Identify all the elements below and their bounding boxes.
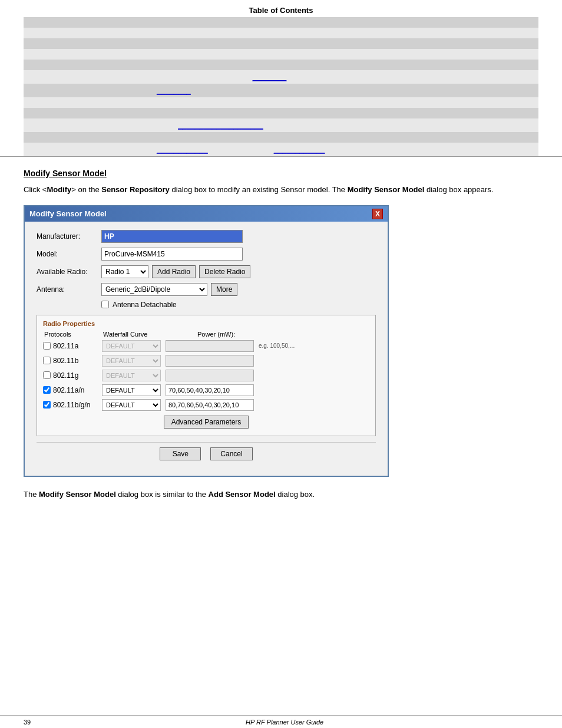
antenna-controls: Generic_2dBi/Dipole More: [101, 283, 237, 296]
protocols-col-header: Protocols: [44, 331, 103, 338]
power-input-p802_11g: [166, 370, 254, 381]
protocol-label-p802_11g: 802.11g: [53, 371, 78, 380]
main-content: Modify Sensor Model Click <Modify> on th…: [0, 157, 562, 512]
dialog-body: Manufacturer: Model: Available Radio: Ra…: [25, 222, 388, 476]
protocol-checkbox-p802_11bgn[interactable]: [43, 401, 51, 409]
toc-title: Table of Contents: [24, 6, 538, 15]
save-button[interactable]: Save: [160, 447, 201, 460]
protocol-checkbox-p802_11b[interactable]: [43, 357, 51, 364]
available-radio-row: Available Radio: Radio 1 Add Radio Delet…: [37, 265, 376, 278]
model-input[interactable]: [101, 248, 243, 261]
props-header: Protocols Waterfall Curve Power (mW):: [43, 331, 369, 338]
waterfall-select-p802_11an[interactable]: DEFAULT: [102, 384, 161, 396]
protocol-row-p802_11b: 802.11bDEFAULT: [43, 355, 369, 367]
advanced-parameters-button[interactable]: Advanced Parameters: [164, 416, 249, 429]
cancel-button[interactable]: Cancel: [210, 447, 252, 460]
manufacturer-input[interactable]: [101, 230, 243, 243]
protocol-checkbox-p802_11a[interactable]: [43, 342, 51, 350]
power-input-p802_11b: [166, 355, 254, 367]
protocol-row-p802_11an: 802.11a/nDEFAULT: [43, 384, 369, 396]
intro-text: Click <Modify> on the Sensor Repository …: [24, 184, 538, 196]
waterfall-col-header: Waterfall Curve: [103, 331, 197, 338]
radio-select[interactable]: Radio 1: [101, 265, 148, 278]
protocol-label-p802_11bgn: 802.11b/g/n: [53, 401, 90, 409]
waterfall-select-p802_11b: DEFAULT: [102, 355, 161, 367]
delete-radio-button[interactable]: Delete Radio: [199, 265, 250, 278]
protocol-row-p802_11g: 802.11gDEFAULT: [43, 370, 369, 381]
toc-section: Table of Contents ________________ _____…: [0, 0, 562, 157]
add-radio-button[interactable]: Add Radio: [152, 265, 196, 278]
page-footer-title: HP RF Planner User Guide: [246, 719, 323, 726]
manufacturer-row: Manufacturer:: [37, 230, 376, 243]
protocol-checkbox-p802_11g[interactable]: [43, 371, 51, 379]
radio-properties-box: Radio Properties Protocols Waterfall Cur…: [37, 315, 376, 436]
section-heading: Modify Sensor Model: [24, 169, 538, 178]
waterfall-select-p802_11a: DEFAULT: [102, 340, 161, 352]
dialog-close-button[interactable]: X: [372, 209, 383, 219]
model-label: Model:: [37, 250, 101, 258]
radio-controls: Radio 1 Add Radio Delete Radio: [101, 265, 250, 278]
dialog-title: Modify Sensor Model: [29, 209, 107, 218]
power-input-p802_11an[interactable]: [166, 384, 254, 396]
protocol-label-p802_11a: 802.11a: [53, 342, 78, 350]
protocol-label-p802_11b: 802.11b: [53, 357, 78, 365]
power-hint-p802_11a: e.g. 100,50,...: [259, 342, 295, 349]
footer-text: The Modify Sensor Model dialog box is si…: [24, 489, 538, 500]
antenna-detachable-checkbox[interactable]: [101, 301, 109, 308]
waterfall-select-p802_11g: DEFAULT: [102, 370, 161, 381]
model-row: Model:: [37, 248, 376, 261]
available-radio-label: Available Radio:: [37, 268, 101, 276]
toc-table: ________________ _______________________…: [24, 17, 538, 156]
power-input-p802_11a: [166, 340, 254, 352]
protocols-rows: 802.11aDEFAULTe.g. 100,50,...802.11bDEFA…: [43, 340, 369, 411]
protocol-row-p802_11bgn: 802.11b/g/nDEFAULT: [43, 399, 369, 411]
page-number: 39: [24, 719, 31, 726]
dialog-footer: Save Cancel: [37, 442, 376, 467]
page-footer: 39 HP RF Planner User Guide: [0, 716, 562, 728]
antenna-detachable-label: Antenna Detachable: [113, 301, 177, 309]
protocol-row-p802_11a: 802.11aDEFAULTe.g. 100,50,...: [43, 340, 369, 352]
power-col-header: Power (mW):: [197, 331, 292, 338]
modify-sensor-dialog: Modify Sensor Model X Manufacturer: Mode…: [24, 205, 389, 477]
dialog-titlebar: Modify Sensor Model X: [25, 206, 388, 222]
antenna-select[interactable]: Generic_2dBi/Dipole: [101, 283, 207, 296]
radio-props-title: Radio Properties: [43, 320, 369, 327]
power-input-p802_11bgn[interactable]: [166, 399, 254, 411]
antenna-detachable-row: Antenna Detachable: [37, 301, 376, 309]
protocol-label-p802_11an: 802.11a/n: [53, 386, 84, 394]
waterfall-select-p802_11bgn[interactable]: DEFAULT: [102, 399, 161, 411]
manufacturer-label: Manufacturer:: [37, 232, 101, 241]
more-button[interactable]: More: [211, 283, 237, 296]
protocol-checkbox-p802_11an[interactable]: [43, 386, 51, 394]
antenna-label: Antenna:: [37, 285, 101, 294]
antenna-row: Antenna: Generic_2dBi/Dipole More: [37, 283, 376, 296]
